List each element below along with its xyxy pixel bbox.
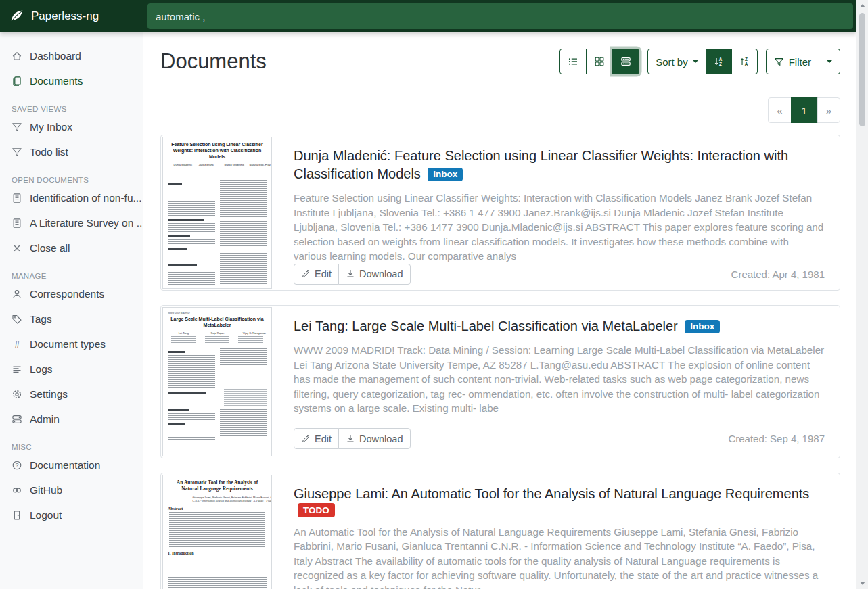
edit-button[interactable]: Edit	[294, 264, 339, 285]
sidebar-item-github[interactable]: GitHub	[0, 477, 143, 502]
document-title-row: Dunja Mladenić: Feature Selection using …	[294, 147, 825, 183]
person-icon	[12, 289, 22, 300]
thumb-author: Suju Rajan	[209, 331, 225, 333]
scrollbar-thumb[interactable]	[859, 13, 865, 126]
sidebar-item-label: Logs	[30, 363, 53, 375]
sidebar: Dashboard Documents SAVED VIEWS My Inbox…	[0, 32, 143, 589]
sidebar-item-logout[interactable]: Logout	[0, 502, 143, 527]
download-icon	[346, 434, 355, 444]
sidebar-item-tags[interactable]: Tags	[0, 306, 143, 331]
sidebar-item-dashboard[interactable]: Dashboard	[0, 43, 143, 68]
sidebar-item-open-document-2[interactable]: A Literature Survey on ...	[0, 210, 143, 235]
sidebar-item-label: A Literature Survey on ...	[30, 217, 143, 229]
sidebar-item-my-inbox[interactable]: My Inbox	[0, 114, 143, 139]
svg-text:?: ?	[16, 462, 19, 469]
sidebar-item-label: My Inbox	[30, 121, 72, 133]
sidebar-item-label: Document types	[30, 338, 106, 350]
sidebar-item-label: Logout	[30, 509, 62, 521]
scrollbar-down-arrow-icon[interactable]	[860, 582, 865, 585]
pagination-prev-button[interactable]: «	[768, 97, 791, 123]
sidebar-item-documentation[interactable]: ? Documentation	[0, 452, 143, 477]
sidebar-item-logs[interactable]: Logs	[0, 356, 143, 381]
tag-badge-todo[interactable]: TODO	[298, 503, 335, 517]
thumb-paper-title: Large Scale Multi-Label Classification v…	[168, 316, 267, 328]
funnel-icon	[774, 57, 784, 67]
thumb-author: Vijay K. Narayanan	[243, 331, 258, 333]
sidebar-item-todo-list[interactable]: Todo list	[0, 139, 143, 164]
gear-icon	[12, 389, 22, 400]
scrollbar-up-arrow-icon[interactable]	[860, 4, 865, 7]
download-button[interactable]: Download	[338, 264, 411, 285]
sidebar-item-label: GitHub	[30, 484, 62, 496]
document-title-link[interactable]: Lei Tang: Large Scale Multi-Label Classi…	[294, 319, 678, 333]
sort-alpha-down-icon: AZ	[714, 56, 724, 67]
brand-label: Paperless-ng	[31, 9, 99, 23]
document-card: Feature Selection using Linear Classifie…	[160, 135, 840, 291]
pagination-page-1[interactable]: 1	[791, 97, 818, 123]
sidebar-item-close-all[interactable]: Close all	[0, 235, 143, 260]
document-excerpt: Feature Selection using Linear Classifie…	[294, 191, 825, 264]
view-details-button[interactable]	[612, 49, 639, 74]
pagination: « 1 »	[768, 97, 840, 123]
grid-icon	[594, 56, 605, 67]
thumb-authors-line: Giuseppe Lami, Stefania Gnesi, Fabrizio …	[193, 496, 242, 498]
scrollbar[interactable]	[856, 0, 868, 589]
filter-group: Filter	[766, 49, 840, 74]
link-icon	[12, 485, 22, 496]
sort-by-button[interactable]: Sort by	[647, 49, 706, 74]
sidebar-item-label: Settings	[30, 388, 68, 400]
download-label: Download	[359, 268, 403, 279]
thumb-author: Marko Grobelnik	[224, 163, 235, 165]
sidebar-item-label: Identification of non-fu...	[30, 192, 141, 204]
question-circle-icon: ?	[12, 460, 22, 471]
document-thumbnail[interactable]: Feature Selection using Linear Classifie…	[161, 135, 273, 290]
thumb-header-left: WWW 2009 MADRID!	[168, 312, 190, 314]
tag-icon	[12, 314, 22, 325]
pagination-next-button[interactable]: »	[817, 97, 840, 123]
header-divider	[160, 85, 840, 85]
sidebar-section-header: MANAGE	[0, 260, 143, 281]
document-thumbnail[interactable]: An Automatic Tool for the Analysis of Na…	[161, 473, 273, 589]
sidebar-item-settings[interactable]: Settings	[0, 381, 143, 406]
created-date: Created: Sep 4, 1987	[728, 433, 825, 444]
search-input[interactable]	[147, 3, 853, 29]
filter-dropdown-button[interactable]	[819, 49, 840, 74]
thumb-author: Janez Brank	[199, 163, 210, 165]
document-title-link[interactable]: Dunja Mladenić: Feature Selection using …	[294, 148, 788, 181]
edit-button[interactable]: Edit	[294, 428, 339, 449]
brand[interactable]: Paperless-ng	[0, 9, 144, 24]
files-icon	[12, 76, 22, 87]
thumb-author: Dunja Mladenić	[174, 163, 185, 165]
document-thumbnail[interactable]: WWW 2009 MADRID! Track: Data Mining / Se…	[161, 306, 273, 458]
filter-button[interactable]: Filter	[766, 49, 819, 74]
svg-text:A: A	[744, 62, 748, 66]
sidebar-item-open-document-1[interactable]: Identification of non-fu...	[0, 185, 143, 210]
top-navbar: Paperless-ng	[0, 0, 856, 32]
document-card: WWW 2009 MADRID! Track: Data Mining / Se…	[160, 305, 840, 458]
tag-badge-inbox[interactable]: Inbox	[685, 320, 720, 334]
view-grid-button[interactable]	[586, 49, 613, 74]
thumb-intro-heading: 1. Introduction	[168, 551, 267, 555]
sidebar-item-label: Close all	[30, 242, 70, 254]
sidebar-item-documents[interactable]: Documents	[0, 68, 143, 93]
pencil-icon	[301, 269, 311, 279]
sidebar-item-admin[interactable]: Admin	[0, 406, 143, 431]
download-button[interactable]: Download	[338, 428, 411, 449]
view-list-button[interactable]	[559, 49, 587, 74]
hash-icon: #	[12, 339, 22, 350]
page-title: Documents	[160, 49, 267, 74]
main-content: Documents Sort by AZ	[144, 32, 856, 589]
sort-group: Sort by AZ ZA	[647, 49, 758, 74]
sort-descending-button[interactable]: AZ	[706, 49, 732, 74]
tag-badge-inbox[interactable]: Inbox	[428, 168, 463, 182]
document-card: An Automatic Tool for the Analysis of Na…	[160, 473, 840, 589]
sort-ascending-button[interactable]: ZA	[731, 49, 758, 74]
document-title-link[interactable]: Giuseppe Lami: An Automatic Tool for the…	[294, 486, 809, 501]
chevron-down-icon	[693, 60, 698, 63]
feather-icon	[9, 9, 24, 24]
file-text-icon	[12, 193, 22, 204]
thumb-affiliation: C.N.R. - Information Science and Technol…	[193, 499, 242, 501]
sidebar-item-correspondents[interactable]: Correspondents	[0, 281, 143, 306]
sidebar-item-label: Todo list	[30, 146, 68, 158]
sidebar-item-document-types[interactable]: # Document types	[0, 331, 143, 356]
